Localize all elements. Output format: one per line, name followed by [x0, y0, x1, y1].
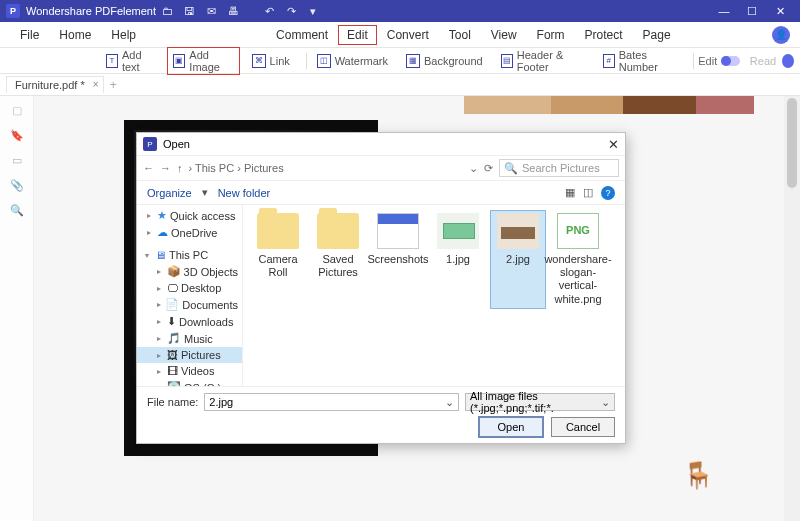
- image-icon: ▣: [173, 54, 185, 68]
- print-icon[interactable]: 🖶: [222, 5, 244, 17]
- view-list-icon[interactable]: ▦: [565, 186, 575, 199]
- bookmarks-icon[interactable]: 🔖: [10, 129, 24, 142]
- cancel-button[interactable]: Cancel: [551, 417, 615, 437]
- tree-label: Downloads: [179, 316, 233, 328]
- add-tab-button[interactable]: +: [110, 78, 117, 92]
- filename-label: File name:: [147, 396, 198, 408]
- tree-3d-objects[interactable]: ▸📦3D Objects: [137, 263, 242, 280]
- tree-music[interactable]: ▸🎵Music: [137, 330, 242, 347]
- text-icon: T: [106, 54, 118, 68]
- menu-edit[interactable]: Edit: [338, 25, 377, 45]
- mail-icon[interactable]: ✉: [200, 5, 222, 18]
- menu-convert[interactable]: Convert: [377, 24, 439, 46]
- attachments-icon[interactable]: 📎: [10, 179, 24, 192]
- menu-tool[interactable]: Tool: [439, 24, 481, 46]
- header-footer-label: Header & Footer: [517, 49, 585, 73]
- add-text-button[interactable]: TAdd text: [100, 47, 161, 75]
- file-saved-pictures[interactable]: Saved Pictures: [311, 211, 365, 308]
- thumbnails-icon[interactable]: ▢: [12, 104, 22, 117]
- tree-videos[interactable]: ▸🎞Videos: [137, 363, 242, 379]
- tree-downloads[interactable]: ▸⬇Downloads: [137, 313, 242, 330]
- folder-tree: ▸★Quick access ▸☁OneDrive ▾🖥This PC ▸📦3D…: [137, 205, 243, 386]
- dropdown-icon[interactable]: ▾: [302, 5, 324, 18]
- link-label: Link: [270, 55, 290, 67]
- edit-toggle[interactable]: [721, 56, 740, 66]
- menu-view[interactable]: View: [481, 24, 527, 46]
- file-1jpg[interactable]: 1.jpg: [431, 211, 485, 308]
- watermark-label: Watermark: [335, 55, 388, 67]
- tree-pictures[interactable]: ▸🖼Pictures: [137, 347, 242, 363]
- file-label: Saved Pictures: [313, 253, 363, 279]
- file-label: Screenshots: [367, 253, 428, 266]
- menu-file[interactable]: File: [10, 24, 49, 46]
- filename-value: 2.jpg: [209, 396, 233, 408]
- user-avatar[interactable]: 👤: [772, 26, 790, 44]
- tree-desktop[interactable]: ▸🖵Desktop: [137, 280, 242, 296]
- open-icon[interactable]: 🗀: [156, 5, 178, 17]
- scrollbar-thumb[interactable]: [787, 98, 797, 188]
- edit-toolbar: TAdd text ▣Add Image ⌘Link ◫Watermark ▦B…: [0, 48, 800, 74]
- folder-icon: [257, 213, 299, 249]
- menu-help[interactable]: Help: [101, 24, 146, 46]
- tree-label: Videos: [181, 365, 214, 377]
- file-png[interactable]: PNGwondershare-slogan-vertical-white.png: [551, 211, 605, 308]
- new-folder-button[interactable]: New folder: [218, 187, 271, 199]
- nav-back-icon[interactable]: ←: [143, 162, 154, 174]
- nav-forward-icon[interactable]: →: [160, 162, 171, 174]
- menu-protect[interactable]: Protect: [575, 24, 633, 46]
- undo-icon[interactable]: ↶: [258, 5, 280, 18]
- file-label: 1.jpg: [446, 253, 470, 266]
- minimize-button[interactable]: —: [710, 5, 738, 17]
- png-icon: PNG: [557, 213, 599, 249]
- view-details-icon[interactable]: ◫: [583, 186, 593, 199]
- menu-comment[interactable]: Comment: [266, 24, 338, 46]
- watermark-button[interactable]: ◫Watermark: [311, 52, 394, 70]
- image-thumb-icon: [497, 213, 539, 249]
- vertical-scrollbar[interactable]: [784, 96, 800, 521]
- file-screenshots[interactable]: Screenshots: [371, 211, 425, 308]
- menu-home[interactable]: Home: [49, 24, 101, 46]
- add-image-button[interactable]: ▣Add Image: [167, 47, 239, 75]
- menu-page[interactable]: Page: [633, 24, 681, 46]
- file-2jpg[interactable]: 2.jpg: [491, 211, 545, 308]
- notes-icon[interactable]: ▭: [12, 154, 22, 167]
- tree-documents[interactable]: ▸📄Documents: [137, 296, 242, 313]
- tree-quick-access[interactable]: ▸★Quick access: [137, 207, 242, 224]
- nav-refresh-icon[interactable]: ⟳: [484, 162, 493, 175]
- file-camera-roll[interactable]: Camera Roll: [251, 211, 305, 308]
- title-bar: P Wondershare PDFelement 🗀 🖫 ✉ 🖶 ↶ ↷ ▾ —…: [0, 0, 800, 22]
- search-icon[interactable]: 🔍: [10, 204, 24, 217]
- dialog-close-button[interactable]: ✕: [608, 137, 619, 152]
- save-icon[interactable]: 🖫: [178, 5, 200, 17]
- cancel-label: Cancel: [566, 421, 600, 433]
- help-icon[interactable]: ?: [601, 186, 615, 200]
- file-filter-select[interactable]: All image files (*.jpg;*.png;*.tif;*.⌄: [465, 393, 615, 411]
- mode-indicator-icon[interactable]: [782, 54, 794, 68]
- organize-button[interactable]: Organize: [147, 187, 192, 199]
- close-button[interactable]: ✕: [766, 5, 794, 18]
- menu-form[interactable]: Form: [527, 24, 575, 46]
- dialog-search-input[interactable]: 🔍Search Pictures: [499, 159, 619, 177]
- folder-icon: [377, 213, 419, 249]
- background-button[interactable]: ▦Background: [400, 52, 489, 70]
- nav-up-icon[interactable]: ↑: [177, 162, 183, 174]
- add-image-label: Add Image: [189, 49, 233, 73]
- tree-onedrive[interactable]: ▸☁OneDrive: [137, 224, 242, 241]
- tree-os-c[interactable]: ▸💽OS (C:): [137, 379, 242, 386]
- redo-icon[interactable]: ↷: [280, 5, 302, 18]
- link-button[interactable]: ⌘Link: [246, 52, 296, 70]
- bates-button[interactable]: #Bates Number: [597, 47, 684, 75]
- tree-this-pc[interactable]: ▾🖥This PC: [137, 247, 242, 263]
- image-thumb-icon: [437, 213, 479, 249]
- crumb-dropdown-icon[interactable]: ⌄: [469, 162, 478, 175]
- breadcrumb[interactable]: › This PC › Pictures: [189, 162, 464, 174]
- header-footer-button[interactable]: ▤Header & Footer: [495, 47, 591, 75]
- file-grid: Camera Roll Saved Pictures Screenshots 1…: [243, 205, 625, 386]
- filename-input[interactable]: 2.jpg⌄: [204, 393, 459, 411]
- tab-close-icon[interactable]: ×: [93, 79, 99, 90]
- maximize-button[interactable]: ☐: [738, 5, 766, 18]
- document-tab[interactable]: Furniture.pdf * ×: [6, 76, 104, 93]
- chevron-down-icon[interactable]: ⌄: [445, 396, 454, 409]
- header-icon: ▤: [501, 54, 513, 68]
- open-button[interactable]: Open: [479, 417, 543, 437]
